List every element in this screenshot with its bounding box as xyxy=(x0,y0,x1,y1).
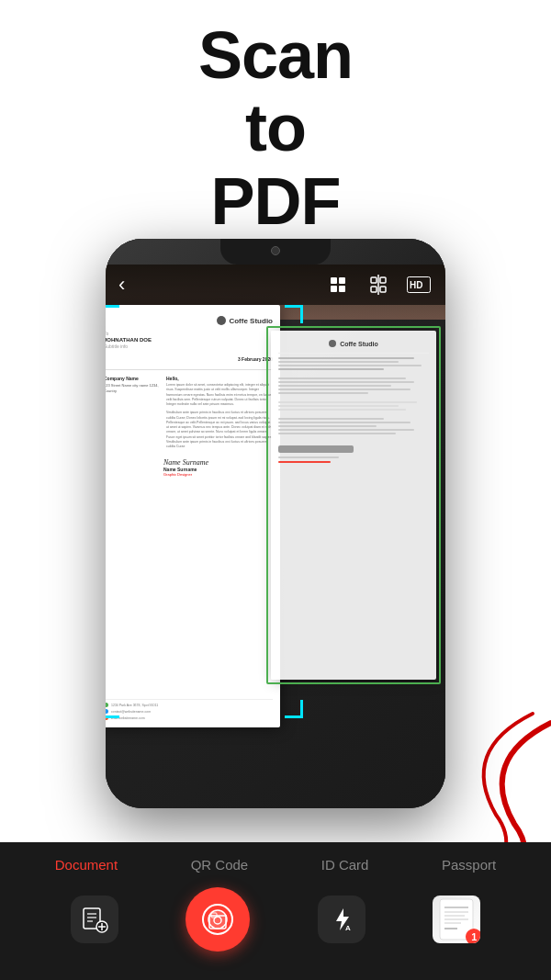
topbar-icons: HD xyxy=(324,271,433,299)
scan-document-left: Coffe Studio To JOHNATHAN DOE Subtitle i… xyxy=(106,305,280,727)
thumbnail-badge: 1 xyxy=(466,929,480,943)
thumbnail-preview[interactable]: 1 xyxy=(433,896,480,943)
svg-text:A: A xyxy=(345,924,351,932)
scan-document-right: Coffe Studio xyxy=(271,331,436,680)
capture-button[interactable] xyxy=(186,887,250,952)
tab-qr-code[interactable]: QR Code xyxy=(184,853,256,876)
svg-rect-0 xyxy=(331,277,337,284)
flash-button[interactable]: A xyxy=(318,896,365,943)
phone-camera xyxy=(271,246,280,255)
svg-rect-4 xyxy=(371,277,377,283)
tab-id-card[interactable]: ID Card xyxy=(314,853,377,876)
svg-rect-7 xyxy=(380,287,386,292)
scan-icon[interactable] xyxy=(365,271,392,299)
phone-device: ‹ xyxy=(106,239,445,808)
hd-icon[interactable]: HD xyxy=(405,271,433,299)
nav-tabs: Document QR Code ID Card Passport xyxy=(0,842,551,880)
svg-rect-3 xyxy=(339,286,345,292)
hero-section: Scan to PDF xyxy=(0,0,551,257)
svg-rect-2 xyxy=(331,286,337,292)
phone-topbar: ‹ xyxy=(106,265,445,305)
tab-document[interactable]: Document xyxy=(48,853,125,876)
camera-icon xyxy=(202,904,233,935)
phone-notch xyxy=(220,239,331,265)
bottom-navigation: Document QR Code ID Card Passport xyxy=(0,842,551,980)
nav-actions: A 1 xyxy=(0,880,551,959)
hero-title: Scan to PDF xyxy=(198,19,353,238)
svg-rect-6 xyxy=(371,287,377,292)
tab-passport[interactable]: Passport xyxy=(434,853,503,876)
add-scan-icon xyxy=(80,905,109,934)
add-scan-button[interactable] xyxy=(71,896,118,943)
svg-text:HD: HD xyxy=(410,280,422,290)
svg-rect-5 xyxy=(380,277,386,283)
doc-logo: Coffe Studio xyxy=(106,316,273,325)
flash-icon: A xyxy=(329,907,354,932)
back-button[interactable]: ‹ xyxy=(118,273,125,297)
svg-rect-1 xyxy=(339,277,345,284)
grid-icon[interactable] xyxy=(324,271,352,299)
